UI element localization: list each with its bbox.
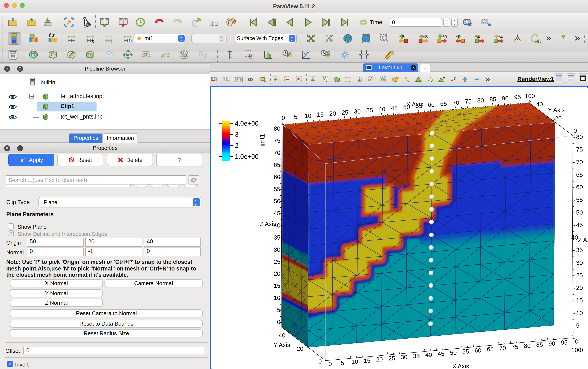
svg-text:30: 30 bbox=[576, 259, 583, 266]
svg-text:55: 55 bbox=[462, 348, 469, 355]
svg-text:2: 2 bbox=[235, 142, 238, 149]
svg-text:85: 85 bbox=[536, 341, 543, 348]
svg-text:45: 45 bbox=[391, 105, 398, 111]
svg-text:5: 5 bbox=[277, 307, 280, 313]
svg-text:+Y: +Y bbox=[442, 33, 447, 39]
svg-text:60: 60 bbox=[576, 184, 583, 190]
svg-text:Z Axis: Z Axis bbox=[260, 221, 276, 227]
svg-text:20: 20 bbox=[376, 356, 383, 363]
svg-text:0: 0 bbox=[575, 338, 578, 345]
svg-text:0: 0 bbox=[328, 361, 332, 367]
svg-text:45: 45 bbox=[274, 210, 280, 217]
svg-text:40: 40 bbox=[279, 332, 285, 339]
svg-text:95: 95 bbox=[514, 94, 521, 100]
svg-text:25: 25 bbox=[576, 272, 583, 279]
svg-text:+90: +90 bbox=[535, 39, 541, 43]
svg-text:10: 10 bbox=[305, 112, 311, 119]
svg-text:Z Axis: Z Axis bbox=[578, 237, 588, 243]
svg-text:70: 70 bbox=[274, 150, 280, 156]
svg-text:25: 25 bbox=[342, 109, 348, 116]
svg-text:25: 25 bbox=[388, 355, 395, 362]
svg-text:5: 5 bbox=[576, 322, 579, 329]
svg-text:?: ? bbox=[443, 76, 445, 80]
svg-text:75: 75 bbox=[274, 137, 280, 144]
svg-text:80: 80 bbox=[524, 342, 531, 349]
svg-text:-Z: -Z bbox=[498, 33, 503, 39]
svg-text:65: 65 bbox=[440, 100, 447, 107]
svg-text:80: 80 bbox=[274, 125, 280, 132]
svg-text:60: 60 bbox=[474, 347, 481, 354]
svg-text:40: 40 bbox=[571, 234, 578, 241]
svg-text:95: 95 bbox=[561, 339, 567, 346]
svg-text:50: 50 bbox=[450, 349, 457, 356]
svg-text:10: 10 bbox=[576, 310, 583, 316]
svg-text:15: 15 bbox=[317, 111, 324, 118]
svg-text:90: 90 bbox=[548, 340, 555, 347]
svg-text:20: 20 bbox=[555, 115, 562, 122]
svg-text:80: 80 bbox=[477, 97, 484, 104]
svg-text:35: 35 bbox=[274, 234, 280, 241]
svg-text:+X: +X bbox=[399, 33, 404, 39]
svg-text:80: 80 bbox=[576, 134, 583, 140]
svg-text:Y Axis: Y Axis bbox=[548, 107, 565, 113]
svg-text:45: 45 bbox=[576, 222, 583, 228]
svg-text:25: 25 bbox=[274, 258, 280, 265]
svg-text:65: 65 bbox=[274, 161, 280, 168]
svg-text:3D: 3D bbox=[247, 77, 253, 82]
svg-text:20: 20 bbox=[576, 284, 583, 291]
svg-text:?: ? bbox=[453, 76, 456, 80]
svg-text:50: 50 bbox=[576, 209, 583, 216]
svg-text:1.0e+00: 1.0e+00 bbox=[235, 153, 259, 160]
svg-text:30: 30 bbox=[401, 354, 408, 360]
svg-text:35: 35 bbox=[366, 107, 373, 114]
svg-text:35: 35 bbox=[576, 247, 583, 253]
svg-text:60: 60 bbox=[428, 101, 435, 108]
svg-text:50: 50 bbox=[274, 198, 280, 205]
svg-text:70: 70 bbox=[499, 345, 506, 351]
svg-text:10: 10 bbox=[274, 294, 280, 301]
svg-text:5: 5 bbox=[341, 359, 344, 366]
svg-text:90: 90 bbox=[502, 95, 509, 102]
svg-text:40: 40 bbox=[379, 106, 385, 112]
svg-text:75: 75 bbox=[512, 344, 518, 350]
svg-text:imt1: imt1 bbox=[258, 134, 266, 147]
svg-text:3: 3 bbox=[235, 131, 238, 138]
svg-text:5: 5 bbox=[294, 114, 297, 120]
svg-text:60: 60 bbox=[274, 174, 280, 180]
svg-text:0: 0 bbox=[282, 115, 285, 121]
svg-text:30: 30 bbox=[354, 108, 361, 115]
svg-text:c: c bbox=[92, 38, 94, 43]
svg-text:t: t bbox=[110, 38, 112, 43]
svg-text:0: 0 bbox=[574, 127, 577, 134]
svg-text:X Axis: X Axis bbox=[406, 101, 423, 108]
svg-text:Y Axis: Y Axis bbox=[273, 342, 290, 348]
svg-text:4.0e+00: 4.0e+00 bbox=[235, 120, 259, 127]
svg-text:20: 20 bbox=[274, 270, 280, 277]
svg-text:15: 15 bbox=[364, 357, 370, 364]
svg-text:+Z: +Z bbox=[474, 33, 480, 39]
svg-text:0: 0 bbox=[277, 319, 280, 325]
svg-text:0: 0 bbox=[580, 347, 583, 353]
svg-text:15: 15 bbox=[576, 297, 583, 304]
svg-text:70: 70 bbox=[576, 159, 583, 166]
svg-text:0: 0 bbox=[318, 358, 322, 365]
svg-text:75: 75 bbox=[576, 146, 583, 153]
svg-text:X Axis: X Axis bbox=[452, 363, 469, 369]
svg-text:40: 40 bbox=[425, 351, 432, 358]
svg-text:75: 75 bbox=[465, 98, 472, 105]
svg-text:35: 35 bbox=[413, 353, 420, 359]
svg-text:65: 65 bbox=[576, 171, 583, 178]
svg-text:-X: -X bbox=[423, 33, 428, 39]
svg-text:-Y: -Y bbox=[455, 33, 460, 39]
svg-text:70: 70 bbox=[452, 99, 459, 106]
svg-text:55: 55 bbox=[576, 196, 583, 203]
svg-text:65: 65 bbox=[487, 346, 494, 352]
svg-text:55: 55 bbox=[274, 186, 280, 192]
svg-text:40: 40 bbox=[536, 101, 543, 108]
svg-text:45: 45 bbox=[438, 350, 444, 357]
svg-text:85: 85 bbox=[490, 96, 496, 103]
svg-text:30: 30 bbox=[274, 246, 280, 253]
svg-text:100: 100 bbox=[525, 93, 535, 99]
svg-text:20: 20 bbox=[297, 345, 304, 352]
svg-text:10: 10 bbox=[351, 358, 358, 365]
